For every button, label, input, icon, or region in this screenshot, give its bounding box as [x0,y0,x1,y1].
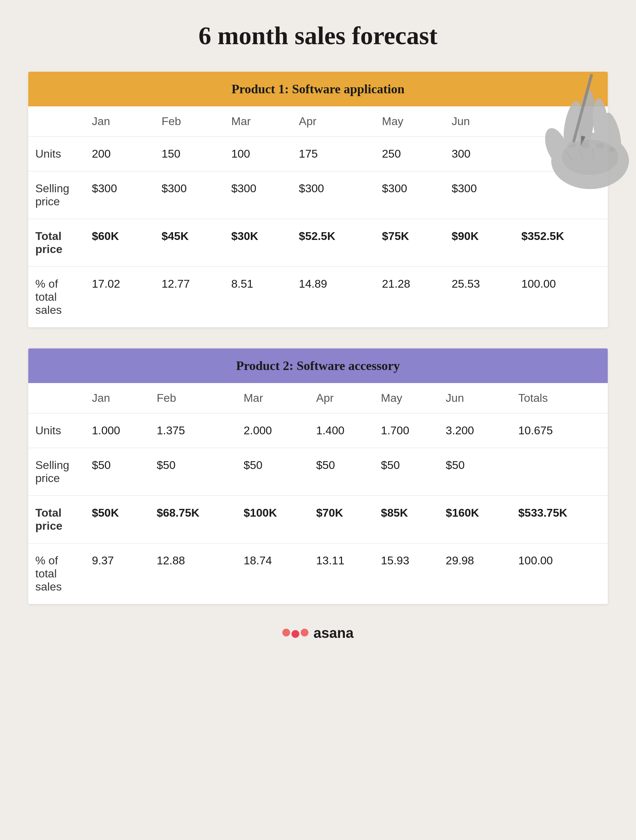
product2-header-row: Product 2: Software accessory [28,349,608,383]
product1-selling-price-row: Selling price $300 $300 $300 $300 $300 $… [28,171,608,219]
p1-tp-total: $352.5K [514,219,608,267]
hand-decoration [533,55,636,189]
p1-units-feb: 150 [155,137,224,171]
col-header-label [28,106,85,137]
product1-pct-row: % of total sales 17.02 12.77 8.51 14.89 … [28,267,608,328]
p2-row-label-pct: % of total sales [28,543,85,604]
col2-header-totals: Totals [511,383,608,414]
col-header-mar: Mar [224,106,292,137]
col-header-may: May [375,106,445,137]
p1-tp-mar: $30K [224,219,292,267]
p2-units-feb: 1.375 [150,414,237,448]
p2-pct-apr: 13.11 [309,543,374,604]
col2-header-may: May [374,383,439,414]
p2-sp-mar: $50 [237,448,309,496]
product1-col-header-row: Jan Feb Mar Apr May Jun [28,106,608,137]
product1-header-row: Product 1: Software application [28,72,608,106]
col2-header-apr: Apr [309,383,374,414]
p1-tp-jun: $90K [445,219,514,267]
p1-sp-jan: $300 [85,171,155,219]
row-label-units: Units [28,137,85,171]
p1-pct-may: 21.28 [375,267,445,328]
p2-sp-jan: $50 [85,448,150,496]
p1-units-jan: 200 [85,137,155,171]
product2-table: Product 2: Software accessory Jan Feb Ma… [28,349,608,604]
product2-col-header-row: Jan Feb Mar Apr May Jun Totals [28,383,608,414]
p1-units-may: 250 [375,137,445,171]
col-header-jun: Jun [445,106,514,137]
product1-table: Product 1: Software application Jan Feb … [28,72,608,327]
p2-tp-jun: $160K [439,496,511,543]
row-label-selling-price: Selling price [28,171,85,219]
p2-sp-may: $50 [374,448,439,496]
p2-units-jan: 1.000 [85,414,150,448]
product2-selling-price-row: Selling price $50 $50 $50 $50 $50 $50 [28,448,608,496]
p1-pct-feb: 12.77 [155,267,224,328]
p1-sp-mar: $300 [224,171,292,219]
row-label-total-price: Total price [28,219,85,267]
p1-pct-apr: 14.89 [292,267,375,328]
p1-pct-jun: 25.53 [445,267,514,328]
product1-units-row: Units 200 150 100 175 250 300 [28,137,608,171]
p1-sp-jun: $300 [445,171,514,219]
row-label-pct: % of total sales [28,267,85,328]
p2-tp-mar: $100K [237,496,309,543]
p1-units-apr: 175 [292,137,375,171]
col2-header-jan: Jan [85,383,150,414]
product2-header-cell: Product 2: Software accessory [28,349,608,383]
p1-units-mar: 100 [224,137,292,171]
p1-pct-mar: 8.51 [224,267,292,328]
p2-tp-may: $85K [374,496,439,543]
asana-logo: asana [282,625,354,641]
product2-units-row: Units 1.000 1.375 2.000 1.400 1.700 3.20… [28,414,608,448]
p1-sp-may: $300 [375,171,445,219]
p2-tp-feb: $68.75K [150,496,237,543]
p2-sp-apr: $50 [309,448,374,496]
p2-pct-jun: 29.98 [439,543,511,604]
p2-row-label-selling-price: Selling price [28,448,85,496]
col-header-apr: Apr [292,106,375,137]
p2-pct-may: 15.93 [374,543,439,604]
page-container: 6 month sales forecast Product 1: Softwa… [0,0,636,840]
col2-header-feb: Feb [150,383,237,414]
p2-units-jun: 3.200 [439,414,511,448]
product1-header-cell: Product 1: Software application [28,72,608,106]
asana-dot-center [292,630,299,638]
page-title: 6 month sales forecast [28,21,608,51]
asana-dots [282,629,308,638]
p2-tp-apr: $70K [309,496,374,543]
col-header-jan: Jan [85,106,155,137]
p1-tp-jan: $60K [85,219,155,267]
product1-total-price-row: Total price $60K $45K $30K $52.5K $75K $… [28,219,608,267]
product2-pct-row: % of total sales 9.37 12.88 18.74 13.11 … [28,543,608,604]
p1-tp-apr: $52.5K [292,219,375,267]
p1-pct-jan: 17.02 [85,267,155,328]
p2-sp-total [511,448,608,496]
p1-pct-total: 100.00 [514,267,608,328]
p2-units-mar: 2.000 [237,414,309,448]
p2-row-label-units: Units [28,414,85,448]
p2-units-may: 1.700 [374,414,439,448]
p2-tp-total: $533.75K [511,496,608,543]
p2-pct-jan: 9.37 [85,543,150,604]
col2-header-label [28,383,85,414]
p1-tp-feb: $45K [155,219,224,267]
col2-header-jun: Jun [439,383,511,414]
col-header-feb: Feb [155,106,224,137]
p1-sp-feb: $300 [155,171,224,219]
p1-tp-may: $75K [375,219,445,267]
p2-pct-mar: 18.74 [237,543,309,604]
product2-total-price-row: Total price $50K $68.75K $100K $70K $85K… [28,496,608,543]
footer: asana [28,625,608,648]
asana-brand-name: asana [313,625,354,641]
asana-dot-right [301,629,308,636]
p2-row-label-total-price: Total price [28,496,85,543]
p1-units-jun: 300 [445,137,514,171]
p2-units-total: 10.675 [511,414,608,448]
p2-sp-feb: $50 [150,448,237,496]
asana-dot-left [282,629,290,636]
p2-units-apr: 1.400 [309,414,374,448]
col2-header-mar: Mar [237,383,309,414]
p2-tp-jan: $50K [85,496,150,543]
p1-sp-apr: $300 [292,171,375,219]
